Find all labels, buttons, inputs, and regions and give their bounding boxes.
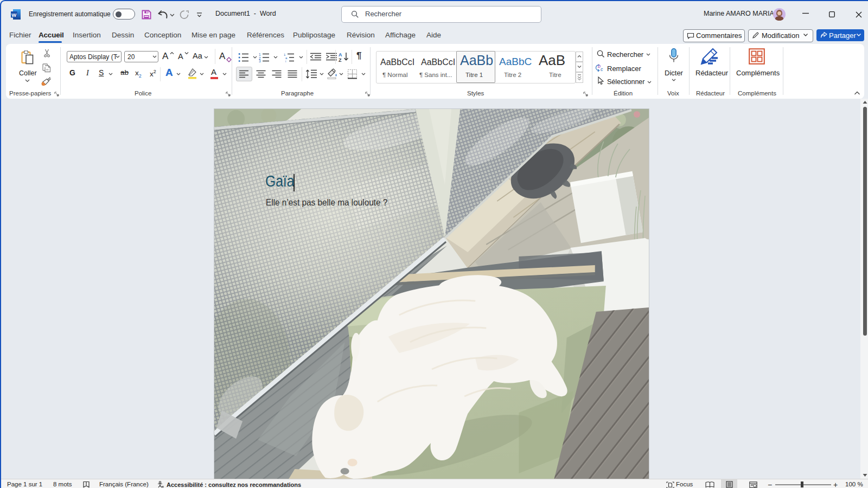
svg-text:i: i bbox=[285, 60, 286, 62]
svg-text:W: W bbox=[11, 12, 16, 18]
svg-text:3: 3 bbox=[259, 59, 261, 62]
svg-text:1: 1 bbox=[284, 53, 286, 56]
svg-text:A: A bbox=[339, 52, 342, 57]
svg-text:c: c bbox=[601, 67, 603, 72]
svg-text:Z: Z bbox=[339, 57, 342, 62]
